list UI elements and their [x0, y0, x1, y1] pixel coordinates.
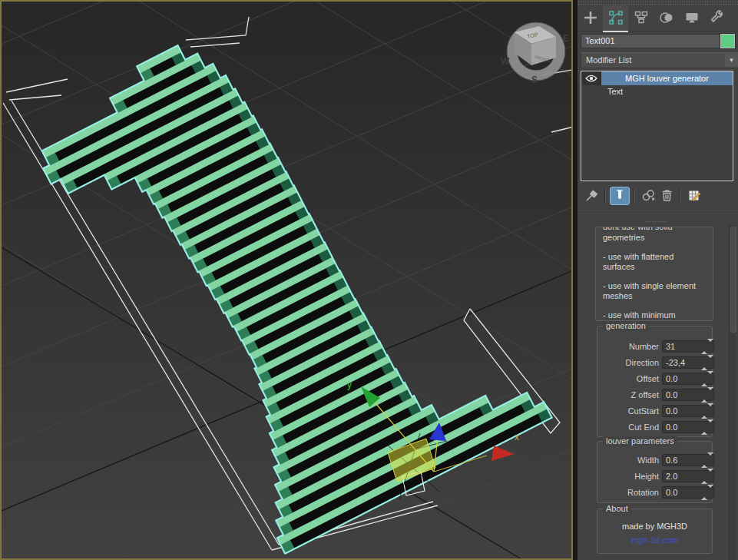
offset-label: Offset — [602, 373, 659, 385]
spinner-arrows-icon[interactable] — [701, 422, 708, 431]
spinner-arrows-icon[interactable] — [701, 406, 708, 415]
modifier-stack: MGH louver generator Text — [581, 71, 733, 181]
hierarchy-icon — [633, 9, 650, 28]
viewport[interactable]: y x W S E TOP FRONT — [0, 0, 573, 560]
about-group: About made by MGH3D mgh-3d.com — [597, 509, 713, 554]
stack-toolbar — [582, 185, 733, 207]
note-line: geometries — [603, 233, 706, 243]
viewcube[interactable]: W S E TOP FRONT — [501, 22, 569, 85]
command-panel: Text001 Modifier List ▼ MGH louver gener… — [577, 0, 738, 560]
panel-drag-grip[interactable] — [577, 0, 738, 5]
rotation-label: Rotation — [602, 486, 659, 499]
generation-group: generation Number 31 Direction -23,4 Off… — [597, 326, 713, 437]
test-tube-icon — [614, 189, 625, 203]
object-name-row: Text001 — [581, 34, 735, 48]
height-row: Height 2.0 — [602, 470, 710, 482]
notes-rollout: dont use with solid geometries - use wit… — [595, 227, 713, 321]
spinner-arrows-icon[interactable] — [701, 456, 708, 464]
number-row: Number 31 — [602, 340, 710, 353]
stack-row-text[interactable]: Text — [581, 85, 733, 98]
plus-icon — [582, 9, 599, 28]
louver-parameters-title: louver parameters — [603, 436, 677, 446]
width-label: Width — [602, 454, 659, 466]
wrench-icon — [709, 9, 726, 28]
gizmo-x-arrow[interactable] — [491, 446, 515, 461]
tab-modify[interactable] — [603, 5, 628, 31]
spinner-arrows-icon[interactable] — [701, 342, 708, 350]
configure-modifier-sets-button[interactable] — [685, 187, 703, 205]
make-unique-button[interactable] — [639, 187, 657, 205]
toolbar-separator — [634, 188, 635, 204]
modifier-list-dropdown[interactable]: Modifier List ▼ — [581, 52, 738, 68]
object-color-swatch[interactable] — [720, 34, 735, 48]
display-icon — [683, 9, 700, 28]
scrollbar-thumb[interactable] — [730, 227, 736, 333]
configure-sets-icon — [687, 187, 702, 204]
stack-item-label[interactable]: MGH louver generator — [601, 71, 733, 85]
cutstart-label: CutStart — [602, 405, 659, 417]
width-row: Width 0.6 — [602, 454, 710, 466]
viewcube-south-label[interactable]: S — [531, 75, 538, 85]
tab-display[interactable] — [679, 5, 704, 31]
toolbar-separator — [604, 188, 606, 204]
about-group-title: About — [603, 504, 631, 513]
cut-end-row: Cut End 0.0 — [602, 421, 710, 433]
toolbar-separator — [680, 188, 681, 204]
show-end-result-button[interactable] — [610, 187, 630, 205]
offset-row: Offset 0.0 — [602, 373, 710, 385]
eye-icon[interactable] — [581, 71, 601, 85]
cutstart-row: CutStart 0.0 — [602, 405, 710, 417]
pin-icon — [584, 187, 599, 204]
rotation-row: Rotation 0.0 — [602, 486, 710, 499]
panel-scrollbar[interactable] — [729, 225, 736, 560]
chevron-down-icon[interactable]: ▼ — [725, 54, 738, 67]
modify-icon — [607, 9, 624, 28]
spinner-arrows-icon[interactable] — [701, 374, 708, 383]
about-text: made by MGH3D — [597, 522, 712, 531]
modifier-list-label: Modifier List — [586, 55, 631, 65]
spinner-arrows-icon[interactable] — [701, 488, 708, 496]
gizmo-y-label: y — [347, 379, 352, 390]
spinner-arrows-icon[interactable] — [701, 472, 708, 480]
note-line: - use with flattened surfaces — [603, 252, 706, 272]
spinner-arrows-icon[interactable] — [701, 358, 708, 366]
rollout-grip[interactable] — [645, 220, 665, 224]
cut-end-label: Cut End — [602, 421, 659, 433]
about-link[interactable]: mgh-3d.com — [597, 535, 712, 545]
note-line: - use with single element meshes — [603, 281, 706, 301]
tab-create[interactable] — [577, 5, 603, 31]
clipped-note-line: dont use with solid — [603, 227, 706, 233]
object-name-field[interactable]: Text001 — [581, 34, 724, 48]
motion-icon — [658, 9, 675, 28]
number-label: Number — [602, 340, 659, 353]
spinner-arrows-icon[interactable] — [701, 390, 708, 399]
height-label: Height — [602, 470, 659, 482]
tab-motion[interactable] — [654, 5, 679, 31]
direction-label: Direction — [602, 356, 659, 369]
stack-row-mgh-louver-generator[interactable]: MGH louver generator — [581, 71, 733, 85]
pin-stack-button[interactable] — [582, 187, 601, 205]
generation-group-title: generation — [603, 321, 649, 330]
make-unique-icon — [640, 187, 656, 204]
viewcube-west-label[interactable]: W — [501, 56, 510, 67]
direction-row: Direction -23,4 — [602, 356, 710, 369]
note-line: - use with minimum possible poly segment… — [603, 310, 706, 321]
gizmo-x-label: x — [515, 432, 519, 442]
application-window: y x W S E TOP FRONT — [0, 0, 738, 560]
trash-icon — [659, 187, 674, 204]
command-panel-tabs — [577, 5, 738, 31]
z-offset-row: Z offset 0.0 — [602, 389, 710, 401]
viewcube-east-label[interactable]: E — [563, 33, 569, 44]
louver-parameters-group: louver parameters Width 0.6 Height 2.0 R… — [597, 441, 713, 503]
panel-separator — [577, 212, 738, 214]
remove-modifier-button[interactable] — [657, 187, 676, 205]
viewport-canvas: y x W S E TOP FRONT — [2, 2, 571, 558]
tab-utilities[interactable] — [704, 5, 730, 31]
tab-hierarchy[interactable] — [628, 5, 654, 31]
z-offset-label: Z offset — [602, 389, 659, 401]
